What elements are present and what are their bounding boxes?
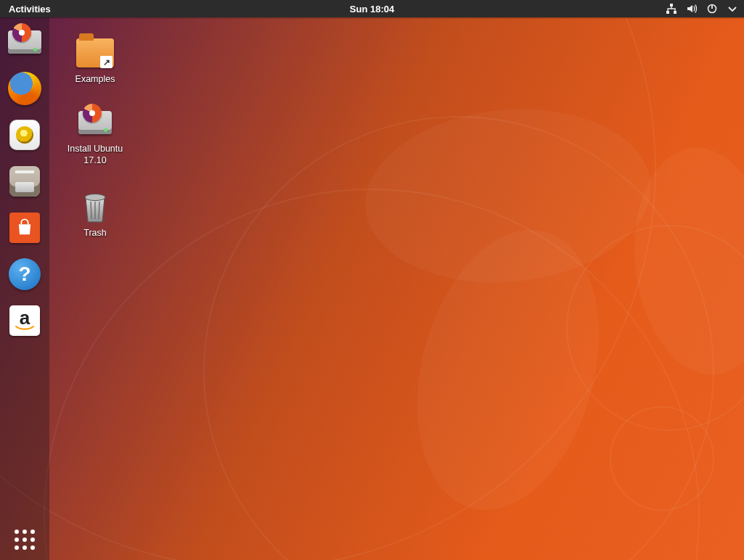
firefox-icon: [8, 72, 41, 105]
svg-point-5: [85, 194, 105, 201]
power-icon[interactable]: [706, 3, 718, 15]
help-icon: ?: [9, 258, 41, 290]
file-cabinet-icon: [9, 166, 40, 197]
dock-item-files[interactable]: [7, 164, 42, 199]
dock-item-installer-drive[interactable]: [7, 25, 42, 59]
dock-item-rhythmbox[interactable]: [7, 118, 42, 152]
install-drive-icon: [78, 111, 112, 134]
svg-rect-0: [670, 4, 673, 7]
top-bar: Activities Sun 18:04: [0, 0, 744, 17]
dock-item-help[interactable]: ?: [7, 257, 42, 292]
amazon-icon: a: [9, 305, 40, 336]
svg-rect-1: [666, 11, 669, 14]
shopping-bag-icon: [9, 213, 40, 243]
dock: ? a: [0, 17, 49, 560]
svg-rect-2: [674, 11, 676, 14]
folder-icon: ↗: [76, 38, 114, 67]
desktop-icon-examples[interactable]: ↗ Examples: [62, 33, 128, 86]
network-icon[interactable]: [666, 3, 677, 15]
volume-icon[interactable]: [686, 3, 698, 15]
desktop[interactable]: ↗ Examples Install Ubuntu 17.10 Trash: [49, 17, 744, 560]
dock-item-ubuntu-software[interactable]: [7, 210, 42, 245]
system-tray: [666, 3, 738, 15]
icon-label: Examples: [62, 74, 128, 86]
svg-line-8: [99, 202, 99, 219]
svg-line-6: [91, 202, 91, 219]
show-applications-button[interactable]: [0, 530, 49, 550]
icon-label: Trash: [62, 228, 128, 239]
activities-button[interactable]: Activities: [6, 2, 54, 16]
clock[interactable]: Sun 18:04: [350, 4, 394, 15]
icon-label: Install Ubuntu 17.10: [62, 144, 128, 166]
speaker-icon: [9, 120, 40, 150]
trash-icon: [75, 187, 115, 226]
dock-item-firefox[interactable]: [7, 71, 42, 106]
apps-grid-icon: [15, 530, 35, 550]
desktop-icon-install-ubuntu[interactable]: Install Ubuntu 17.10: [62, 103, 128, 166]
desktop-icon-trash[interactable]: Trash: [62, 187, 128, 239]
chevron-down-icon[interactable]: [727, 3, 738, 15]
dock-item-amazon[interactable]: a: [7, 303, 42, 338]
